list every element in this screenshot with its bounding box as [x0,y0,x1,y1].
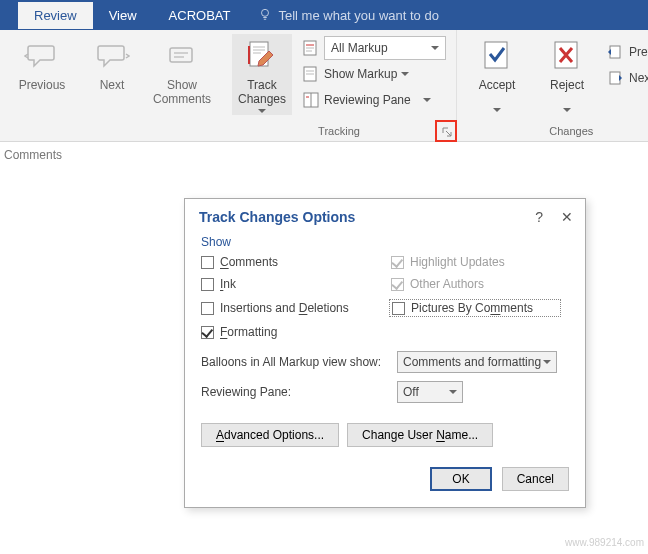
ribbon-group-changes: Accept Reject Previous [457,30,648,141]
chevron-down-icon [493,106,501,114]
next-change-button[interactable]: Next [607,66,648,90]
accept-button[interactable]: Accept [467,34,527,114]
ribbon: Previous Next Show Comments [0,30,648,142]
svg-rect-21 [610,46,620,58]
tab-acrobat[interactable]: ACROBAT [153,2,247,29]
previous-change-icon [607,43,625,61]
tab-review[interactable]: Review [18,2,93,29]
markup-display-icon [302,39,320,57]
svg-rect-19 [485,42,507,68]
tell-me-label: Tell me what you want to do [278,8,438,23]
reject-button[interactable]: Reject [537,34,597,114]
reviewing-pane-icon [302,91,320,109]
tracking-dialog-launcher[interactable] [440,125,454,139]
svg-rect-1 [170,48,192,62]
lightbulb-icon [258,7,272,24]
chevron-down-icon [258,107,266,115]
previous-comment-button[interactable]: Previous [12,34,72,106]
ribbon-group-label: Tracking [318,123,360,139]
display-for-review-dropdown[interactable]: All Markup [302,36,446,60]
track-changes-icon [244,38,280,74]
speech-bubble-left-icon [24,38,60,74]
chevron-down-icon [431,44,439,52]
svg-point-0 [262,9,269,16]
next-comment-button[interactable]: Next [82,34,142,106]
ribbon-group-label: Changes [549,123,593,139]
reject-x-icon [549,38,585,74]
accept-check-icon [479,38,515,74]
tab-view[interactable]: View [93,2,153,29]
chevron-down-icon [423,96,431,104]
show-comments-button[interactable]: Show Comments [152,34,212,107]
tell-me-field[interactable]: Tell me what you want to do [246,7,438,24]
show-markup-dropdown[interactable]: Show Markup [302,62,446,86]
chevron-down-icon [563,106,571,114]
show-comments-icon [164,38,200,74]
chevron-down-icon [401,70,409,78]
next-change-icon [607,69,625,87]
speech-bubble-right-icon [94,38,130,74]
svg-rect-22 [610,72,620,84]
ribbon-group-tracking: Track Changes All Markup [222,30,457,141]
ribbon-group-comments: Previous Next Show Comments [2,30,222,141]
previous-change-button[interactable]: Previous [607,40,648,64]
ribbon-tab-bar: Review View ACROBAT Tell me what you wan… [0,0,648,30]
show-markup-icon [302,65,320,83]
reviewing-pane-dropdown[interactable]: Reviewing Pane [302,88,446,112]
comments-panel-label: Comments [0,142,648,168]
track-changes-button[interactable]: Track Changes [232,34,292,115]
